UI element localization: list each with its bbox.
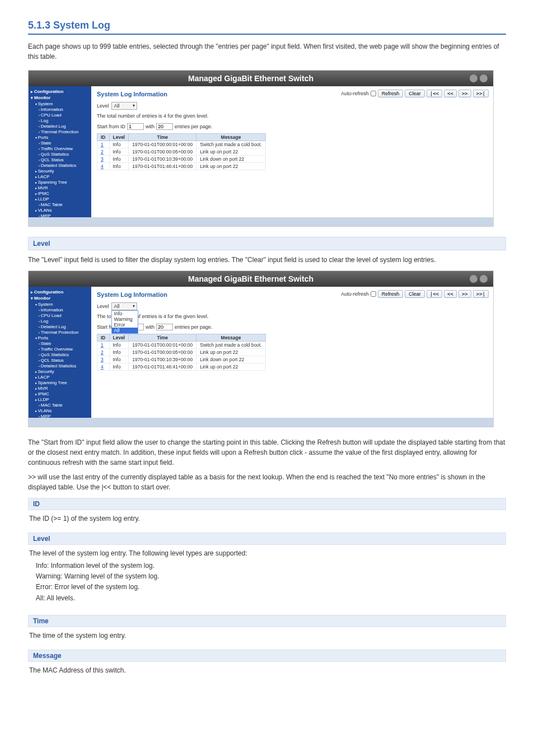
- nav-lldp[interactable]: LLDP: [31, 396, 89, 402]
- with-label: with: [146, 124, 154, 129]
- level-select[interactable]: All: [111, 102, 137, 110]
- logout-icon[interactable]: [470, 275, 477, 283]
- nav-cpu-load[interactable]: CPU Load: [31, 312, 89, 318]
- nav-qos-statistics[interactable]: QoS Statistics: [31, 151, 89, 157]
- nav-mvr[interactable]: MVR: [31, 185, 89, 190]
- start-id-input[interactable]: [127, 123, 144, 130]
- app-screenshot-open: Managed GigaBit Ethernet Switch Configur…: [28, 270, 494, 427]
- nav-detailed-log[interactable]: Detailed Log: [31, 324, 89, 329]
- nav-system[interactable]: System: [31, 301, 89, 307]
- next-button[interactable]: >>: [458, 290, 471, 298]
- level-selected[interactable]: All: [111, 102, 137, 110]
- log-table: ID Level Time Message 1Info1970-01-01T00…: [97, 334, 266, 371]
- with-input[interactable]: [156, 123, 173, 130]
- clear-button[interactable]: Clear: [405, 90, 425, 97]
- log-time: 1970-01-01T00:00:01+00:00: [129, 342, 196, 349]
- log-row: 3Info1970-01-01T00:10:39+00:00Link down …: [97, 356, 266, 363]
- nav-configuration[interactable]: Configuration: [31, 88, 89, 95]
- prev-button[interactable]: <<: [444, 90, 457, 97]
- level-option-all[interactable]: All: [112, 328, 138, 333]
- help-icon[interactable]: [480, 74, 488, 82]
- nav-information[interactable]: Information: [31, 307, 89, 312]
- log-id-link[interactable]: 4: [101, 164, 104, 169]
- refresh-button[interactable]: Refresh: [378, 290, 404, 298]
- summary-text: The total number of entries is 4 for the…: [97, 113, 488, 119]
- nav-security[interactable]: Security: [31, 368, 89, 374]
- log-id-link[interactable]: 2: [101, 349, 104, 355]
- level-select[interactable]: All Info Warning Error All: [111, 302, 137, 310]
- def-body: The ID (>= 1) of the system log entry.: [28, 510, 506, 527]
- last-button[interactable]: >>|: [473, 290, 489, 298]
- nav-vlans[interactable]: VLANs: [31, 207, 89, 213]
- top-controls: Auto-refresh Refresh Clear |<< << >> >>|: [341, 290, 489, 298]
- nav-mrp[interactable]: MRP: [31, 413, 89, 418]
- auto-refresh-checkbox[interactable]: [371, 291, 376, 297]
- level-option-info[interactable]: Info: [112, 311, 138, 316]
- nav-ports[interactable]: Ports: [31, 335, 89, 340]
- clear-button[interactable]: Clear: [405, 290, 425, 298]
- log-id-link[interactable]: 3: [101, 156, 104, 162]
- level-list: Info: Information level of the system lo…: [29, 561, 505, 604]
- nav-state[interactable]: State: [31, 340, 89, 346]
- log-row: 1Info1970-01-01T00:00:01+00:00Switch jus…: [97, 342, 266, 349]
- nav-thermal-protection[interactable]: Thermal Protection: [31, 129, 89, 134]
- level-option-warning[interactable]: Warning: [112, 316, 138, 322]
- log-level: Info: [109, 356, 129, 363]
- with-input[interactable]: [156, 324, 173, 330]
- first-button[interactable]: |<<: [427, 90, 442, 97]
- nav-spanning-tree[interactable]: Spanning Tree: [31, 179, 89, 185]
- nav-mac-table[interactable]: MAC Table: [31, 202, 89, 207]
- nav-system[interactable]: System: [31, 101, 89, 106]
- log-id-link[interactable]: 3: [101, 357, 104, 362]
- nav-thermal-protection[interactable]: Thermal Protection: [31, 329, 89, 335]
- nav-mvr[interactable]: MVR: [31, 385, 89, 391]
- nav-traffic-overview[interactable]: Traffic Overview: [31, 346, 89, 352]
- nav-state[interactable]: State: [31, 140, 89, 146]
- log-id-link[interactable]: 4: [101, 364, 104, 370]
- refresh-button[interactable]: Refresh: [378, 90, 404, 97]
- nav-ipmc[interactable]: IPMC: [31, 190, 89, 196]
- nav-mrp[interactable]: MRP: [31, 213, 89, 217]
- nav-cpu-load[interactable]: CPU Load: [31, 112, 89, 118]
- nav-security[interactable]: Security: [31, 168, 89, 174]
- section-title: System Log: [53, 20, 110, 31]
- nav-traffic-overview[interactable]: Traffic Overview: [31, 146, 89, 151]
- log-id-link[interactable]: 1: [101, 342, 104, 348]
- def-term: Level: [28, 533, 506, 545]
- nav-detailed-statistics[interactable]: Detailed Statistics: [31, 363, 89, 368]
- help-icon[interactable]: [480, 275, 488, 283]
- level-option-error[interactable]: Error: [112, 322, 138, 328]
- nav-lacp[interactable]: LACP: [31, 374, 89, 380]
- logout-icon[interactable]: [470, 74, 477, 82]
- nav-qcl-status[interactable]: QCL Status: [31, 157, 89, 162]
- nav-mac-table[interactable]: MAC Table: [31, 402, 89, 408]
- log-id-link[interactable]: 1: [101, 142, 104, 147]
- nav-qcl-status[interactable]: QCL Status: [31, 357, 89, 363]
- level-selected[interactable]: All: [111, 302, 137, 310]
- first-button[interactable]: |<<: [427, 290, 442, 298]
- nav-detailed-log[interactable]: Detailed Log: [31, 123, 89, 129]
- next-button[interactable]: >>: [458, 90, 471, 97]
- log-level: Info: [109, 349, 129, 356]
- nav-monitor[interactable]: Monitor: [31, 295, 89, 301]
- nav-qos-statistics[interactable]: QoS Statistics: [31, 352, 89, 357]
- log-level: Info: [109, 163, 129, 170]
- nav-vlans[interactable]: VLANs: [31, 408, 89, 413]
- section-heading: 5.1.3 System Log: [28, 20, 506, 31]
- nav-lacp[interactable]: LACP: [31, 174, 89, 179]
- nav-monitor[interactable]: Monitor: [31, 95, 89, 101]
- nav-spanning-tree[interactable]: Spanning Tree: [31, 380, 89, 385]
- last-button[interactable]: >>|: [473, 90, 489, 97]
- nav-ipmc[interactable]: IPMC: [31, 391, 89, 396]
- nav-information[interactable]: Information: [31, 106, 89, 112]
- auto-refresh-checkbox[interactable]: [371, 91, 376, 96]
- log-row: 3Info1970-01-01T00:10:39+00:00Link down …: [97, 156, 266, 163]
- log-id-link[interactable]: 2: [101, 149, 104, 155]
- nav-configuration[interactable]: Configuration: [31, 289, 89, 295]
- nav-log[interactable]: Log: [31, 118, 89, 123]
- nav-log[interactable]: Log: [31, 318, 89, 324]
- nav-lldp[interactable]: LLDP: [31, 196, 89, 202]
- nav-detailed-statistics[interactable]: Detailed Statistics: [31, 162, 89, 168]
- prev-button[interactable]: <<: [444, 290, 457, 298]
- nav-ports[interactable]: Ports: [31, 134, 89, 140]
